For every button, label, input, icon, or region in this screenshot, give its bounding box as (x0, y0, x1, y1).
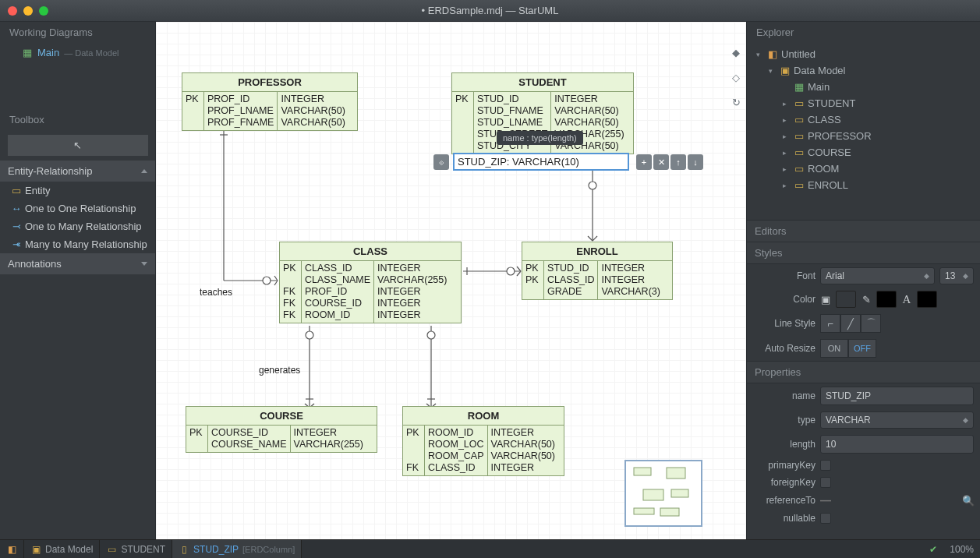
prop-nullable-checkbox[interactable] (820, 513, 831, 524)
toolbox-header: Toolbox (0, 109, 155, 130)
fontsize-select[interactable]: 13◆ (939, 267, 974, 284)
label-autoresize: Auto Resize (753, 343, 815, 354)
cursor-icon: ↖ (73, 140, 82, 151)
many-many-icon: ⤛ (11, 239, 22, 250)
column-icon: ▯ (179, 544, 189, 555)
check-icon: ✔ (929, 544, 937, 555)
sb-student[interactable]: ▭STUDENT (100, 540, 172, 558)
tree-item-class[interactable]: ▸▭CLASS (747, 111, 980, 128)
sb-datamodel[interactable]: ▣Data Model (24, 540, 100, 558)
sb-validate[interactable]: ✔ (923, 540, 943, 558)
edit-expand-button[interactable]: ⟐ (433, 154, 449, 170)
edit-down-button[interactable]: ↓ (688, 154, 703, 170)
canvas-area[interactable]: teaches generates PROFESSOR PK PROF_IDPR… (156, 22, 746, 539)
label-name: name (753, 390, 815, 401)
toolbox-section-er[interactable]: Entity-Relationship (0, 161, 155, 182)
toolbox-section-annotations[interactable]: Annotations (0, 253, 155, 274)
working-diagram-item[interactable]: ▦ Main — Data Model (0, 43, 155, 62)
tree-item-professor[interactable]: ▸▭PROFESSOR (747, 128, 980, 144)
entity-professor[interactable]: PROFESSOR PK PROF_IDPROF_LNAMEPROF_FNAME… (182, 72, 358, 131)
line-color[interactable] (876, 291, 897, 308)
entity-icon: ▭ (794, 180, 805, 191)
svg-rect-30 (634, 508, 654, 514)
entity-room[interactable]: ROOM PK FK ROOM_IDROOM_LOCROOM_CAPCLASS_… (402, 406, 564, 476)
cube-icon: ◧ (6, 544, 17, 555)
sb-project[interactable]: ◧ (0, 540, 24, 558)
autoresize-on[interactable]: ON (820, 339, 848, 358)
tree-datamodel[interactable]: ▾▣Data Model (747, 62, 980, 79)
rotate-icon[interactable]: ◇ (729, 70, 743, 84)
refresh-icon[interactable]: ↻ (729, 95, 743, 109)
label-type: type (753, 415, 815, 426)
fill-color[interactable] (836, 291, 856, 308)
prop-name-input[interactable] (820, 387, 974, 405)
prop-primarykey-checkbox[interactable] (820, 460, 831, 471)
sb-studzip[interactable]: ▯STUD_ZIP[ERDColumn] (172, 540, 302, 558)
tool-entity[interactable]: ▭ Entity (0, 182, 155, 200)
nav-home-icon[interactable]: ◆ (729, 45, 743, 59)
properties-header: Properties (747, 361, 980, 383)
entity-title: CLASS (280, 242, 461, 261)
prop-length-input[interactable] (820, 435, 974, 454)
entity-title: PROFESSOR (182, 73, 357, 92)
entity-class[interactable]: CLASS PK FKFKFK CLASS_IDCLASS_NAMEPROF_I… (279, 242, 462, 323)
diagram-sub: — Data Model (64, 48, 119, 58)
entity-icon: ▭ (11, 185, 22, 196)
label-linestyle: Line Style (753, 318, 815, 329)
linestyle-oblique[interactable]: ╱ (840, 314, 861, 333)
edit-delete-button[interactable]: ✕ (653, 154, 669, 170)
tree-main[interactable]: ▦Main (747, 79, 980, 95)
styles-header: Styles (747, 242, 980, 264)
tree-item-student[interactable]: ▸▭STUDENT (747, 95, 980, 111)
entity-enroll[interactable]: ENROLL PKPK STUD_IDCLASS_IDGRADE INTEGER… (522, 242, 673, 300)
canvas-tools: ◆ ◇ ↻ (729, 45, 743, 109)
font-select[interactable]: Arial◆ (820, 267, 935, 284)
prop-foreignkey-checkbox[interactable] (820, 477, 831, 488)
linestyle-rounded[interactable]: ⌒ (861, 314, 881, 333)
svg-rect-26 (634, 468, 651, 475)
diagram-icon: ▦ (794, 82, 805, 93)
tree-item-enroll[interactable]: ▸▭ENROLL (747, 177, 980, 193)
entity-icon: ▭ (106, 544, 117, 555)
line-icon: ✎ (861, 294, 872, 305)
edit-add-button[interactable]: + (636, 154, 652, 170)
diagram-icon: ▦ (22, 48, 33, 58)
sb-zoom[interactable]: 100% (943, 540, 980, 558)
linestyle-rectilinear[interactable]: ⌐ (820, 314, 840, 333)
entity-course[interactable]: COURSE PK COURSE_IDCOURSE_NAME INTEGERVA… (186, 406, 377, 453)
tree-root[interactable]: ▾◧Untitled (747, 46, 980, 62)
label-length: length (753, 439, 815, 450)
entity-title: ROOM (403, 407, 564, 426)
entity-icon: ▭ (794, 147, 805, 158)
label-foreignkey: foreignKey (753, 477, 815, 488)
folder-icon: ▣ (30, 544, 41, 555)
inline-edit-input[interactable]: STUD_ZIP: VARCHAR(10) (453, 153, 629, 171)
search-icon[interactable]: 🔍 (963, 495, 974, 506)
toolbox-cursor[interactable]: ↖ (8, 135, 148, 156)
tree-item-course[interactable]: ▸▭COURSE (747, 144, 980, 161)
label-referenceto: referenceTo (753, 495, 815, 506)
explorer-tree: ▾◧Untitled ▾▣Data Model ▦Main ▸▭STUDENT … (747, 43, 980, 196)
explorer-header: Explorer (747, 22, 980, 43)
edit-up-button[interactable]: ↑ (670, 154, 686, 170)
prop-type-select[interactable]: VARCHAR◆ (820, 411, 974, 429)
tool-one-to-many[interactable]: ⤙ One to Many Relationship (0, 217, 155, 235)
entity-icon: ▭ (794, 164, 805, 175)
font-color[interactable] (917, 291, 937, 308)
minimap[interactable] (624, 460, 702, 527)
collapse-icon (141, 169, 147, 173)
prop-referenceto: — (820, 494, 831, 507)
expand-icon (141, 262, 147, 266)
tool-many-to-many[interactable]: ⤛ Many to Many Relationship (0, 235, 155, 253)
svg-rect-31 (660, 508, 679, 516)
svg-rect-27 (667, 468, 685, 479)
one-one-icon: ↔ (11, 203, 22, 214)
entity-title: STUDENT (452, 73, 633, 92)
diagram-name: Main (37, 47, 59, 58)
fill-icon: ▣ (820, 294, 831, 305)
tool-one-to-one[interactable]: ↔ One to One Relationship (0, 200, 155, 217)
entity-title: COURSE (186, 407, 377, 426)
autoresize-off[interactable]: OFF (848, 339, 876, 358)
left-panel: Working Diagrams ▦ Main — Data Model Too… (0, 22, 156, 539)
tree-item-room[interactable]: ▸▭ROOM (747, 161, 980, 177)
